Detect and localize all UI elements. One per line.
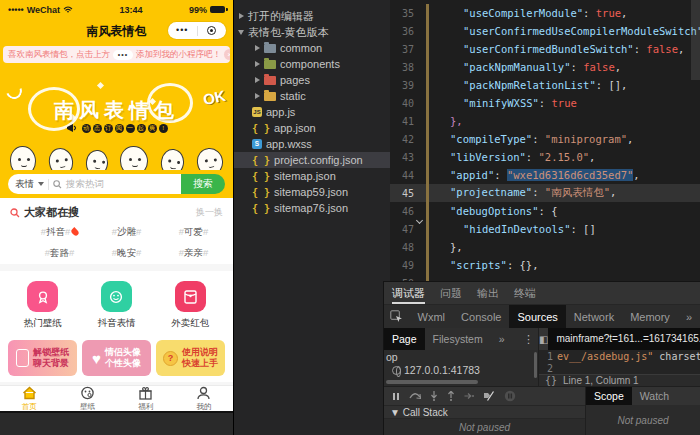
tree-vertical-scrollbar[interactable] xyxy=(534,352,537,378)
editor-line-37[interactable]: 37"userConfirmedBundleSwitch": false, xyxy=(390,40,700,58)
inspect-element-icon[interactable] xyxy=(384,305,410,328)
pause-button[interactable] xyxy=(392,392,400,401)
editor-line-45[interactable]: 45"projectname": "南风表情包", xyxy=(390,184,700,202)
editor-line-43[interactable]: 43"libVersion": "2.15.0", xyxy=(390,148,700,166)
quick-link-label: 抖音表情 xyxy=(97,317,135,330)
editor-line-48[interactable]: 48}, xyxy=(390,238,700,256)
capsule-dots-hint-icon: ••• xyxy=(113,50,133,60)
navigator-tab-filesystem[interactable]: Filesystem xyxy=(425,328,491,350)
file-app.js[interactable]: JSapp.js xyxy=(234,104,390,120)
collapse-sidebar-icon[interactable]: ◧ xyxy=(539,328,548,350)
file-name: app.json xyxy=(274,122,316,134)
promo-card-couple[interactable]: ♥情侣头像个性头像 xyxy=(82,340,151,376)
capsule-menu[interactable]: ••• xyxy=(168,22,226,39)
source-viewer[interactable]: 1ev__/asdebug.js" charset="U 2 {} Line 1… xyxy=(539,350,700,386)
step-out-button[interactable] xyxy=(447,391,455,401)
more-options-icon[interactable]: ••• xyxy=(168,22,197,39)
panel-tab-[interactable]: 终端 xyxy=(514,282,536,304)
hero-banner[interactable]: 南风表情包 动态订阅一起爽！ OK xyxy=(0,65,233,170)
devtools-tab-wxml[interactable]: Wxml xyxy=(410,305,454,328)
token: : xyxy=(532,133,545,145)
promo-card-coin[interactable]: ?使用说明快速上手 xyxy=(156,340,225,376)
token: }, xyxy=(450,241,463,253)
hot-search-title: 大家都在搜 xyxy=(24,205,79,220)
editor-line-40[interactable]: 40"minifyWXSS": true xyxy=(390,94,700,112)
folder-static[interactable]: static xyxy=(234,88,390,104)
devtools-tab-»[interactable]: » xyxy=(678,305,700,328)
panel-tab-[interactable]: 调试器 xyxy=(392,282,425,304)
editor-line-39[interactable]: 39"packNpmRelationList": [], xyxy=(390,76,700,94)
search-button[interactable]: 搜索 xyxy=(181,174,225,194)
project-root-section[interactable]: 表情包-黄色版本 xyxy=(234,24,390,40)
callstack-section-header[interactable]: ▼ Call Stack xyxy=(384,405,585,419)
hot-keyword-grid: #抖音##沙雕##可爱##套路##晚安##亲亲# xyxy=(0,224,233,264)
panel-tab-[interactable]: 问题 xyxy=(440,282,462,304)
editor-line-47[interactable]: 47"hidedInDevtools": [] xyxy=(390,220,700,238)
folder-pages[interactable]: pages xyxy=(234,72,390,88)
panel-tab-[interactable]: 输出 xyxy=(477,282,499,304)
devtools-tab-sources[interactable]: Sources xyxy=(509,305,565,328)
file-sitemap76.json[interactable]: { }sitemap76.json xyxy=(234,200,390,216)
editor-line-41[interactable]: 41}, xyxy=(390,112,700,130)
step-button[interactable] xyxy=(464,392,474,400)
hot-keyword[interactable]: #抖音# xyxy=(26,226,93,239)
scope-tab-watch[interactable]: Watch xyxy=(632,387,677,405)
refresh-keywords-button[interactable]: 换一换 xyxy=(196,206,223,219)
editor-line-44[interactable]: 44"appid": "wxe1d6316d6cd35ed7", xyxy=(390,166,700,184)
editor-line-49[interactable]: 49"scripts": {}, xyxy=(390,256,700,274)
pause-on-exceptions-button[interactable] xyxy=(504,390,516,402)
editor-line-42[interactable]: 42"compileType": "miniprogram", xyxy=(390,130,700,148)
file-sitemap59.json[interactable]: { }sitemap59.json xyxy=(234,184,390,200)
folder-common[interactable]: common xyxy=(234,40,390,56)
folder-icon xyxy=(264,44,276,53)
tab-gift[interactable]: 福利 xyxy=(117,386,175,411)
open-editors-section[interactable]: 打开的编辑器 xyxy=(234,8,390,24)
tree-horizontal-scrollbar[interactable] xyxy=(386,380,478,384)
badge-char: 爽 xyxy=(148,124,157,133)
token: "userConfirmedUseCompilerModuleSwitch" xyxy=(463,25,700,37)
step-into-button[interactable] xyxy=(430,391,438,401)
devtools-tab-console[interactable]: Console xyxy=(453,305,509,328)
editor-line-36[interactable]: 36"userConfirmedUseCompilerModuleSwitch"… xyxy=(390,22,700,40)
search-filter-label[interactable]: 表情 xyxy=(15,178,34,191)
step-over-button[interactable] xyxy=(409,392,421,401)
quick-link-medal[interactable]: 热门壁纸 xyxy=(6,281,80,330)
deactivate-breakpoints-button[interactable] xyxy=(483,391,495,401)
scope-tab-scope[interactable]: Scope xyxy=(586,387,632,405)
search-input[interactable]: 表情 搜索热词 xyxy=(8,174,181,194)
line-number: 42 xyxy=(390,134,414,145)
quick-link-smile[interactable]: 抖音表情 xyxy=(80,281,154,330)
file-app.wxss[interactable]: Sapp.wxss xyxy=(234,136,390,152)
more-menu-icon[interactable]: ⋮ xyxy=(523,328,534,350)
json-file-icon: { } xyxy=(252,203,270,214)
navigator-tab-»[interactable]: » xyxy=(491,328,513,350)
tree-host-node[interactable]: 127.0.0.1:41783 xyxy=(384,364,538,377)
editor-line-35[interactable]: 35"useCompilerModule": true, xyxy=(390,4,700,22)
close-minimize-icon[interactable] xyxy=(198,26,227,35)
editor-line-38[interactable]: 38"packNpmManually": false, xyxy=(390,58,700,76)
tree-root-node[interactable]: op xyxy=(384,351,538,364)
file-app.json[interactable]: { }app.json xyxy=(234,120,390,136)
editor-scrollbar[interactable] xyxy=(691,0,700,80)
folder-components[interactable]: components xyxy=(234,56,390,72)
hot-keyword[interactable]: #沙雕# xyxy=(93,226,160,239)
tab-home[interactable]: 首页 xyxy=(0,386,58,411)
chevron-down-icon xyxy=(38,182,44,186)
line-number: 43 xyxy=(390,152,414,163)
navigator-tab-page[interactable]: Page xyxy=(384,328,425,350)
hot-keyword[interactable]: #可爱# xyxy=(160,226,227,239)
file-project.config.json[interactable]: { }project.config.json xyxy=(234,152,390,168)
tab-user[interactable]: 我的 xyxy=(175,386,233,411)
notice-close-icon[interactable]: × xyxy=(224,49,230,60)
source-file-tab[interactable]: mainframe?t=161...=161734165... xyxy=(548,328,700,350)
hot-keyword[interactable]: #晚安# xyxy=(93,247,160,260)
devtools-tab-network[interactable]: Network xyxy=(566,305,622,328)
quick-link-red-envelope[interactable]: 外卖红包 xyxy=(153,281,227,330)
hot-keyword[interactable]: #套路# xyxy=(26,247,93,260)
editor-line-46[interactable]: 46"debugOptions": { xyxy=(390,202,700,220)
hot-keyword[interactable]: #亲亲# xyxy=(160,247,227,260)
devtools-tab-memory[interactable]: Memory xyxy=(622,305,678,328)
tab-wallpaper[interactable]: 壁纸 xyxy=(58,386,116,411)
file-sitemap.json[interactable]: { }sitemap.json xyxy=(234,168,390,184)
promo-card-phone[interactable]: 解锁壁纸聊天背景 xyxy=(8,340,77,376)
